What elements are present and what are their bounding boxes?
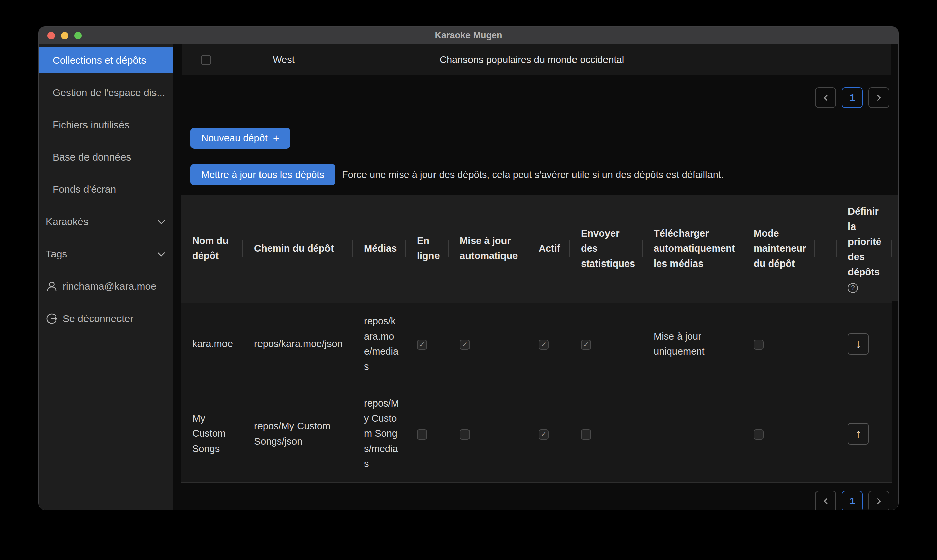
- send-stats-checkbox[interactable]: ✓: [581, 340, 591, 350]
- repositories-table: Nom du dépôt Chemin du dépôt Médias En l…: [181, 194, 899, 483]
- help-icon[interactable]: ?: [848, 283, 858, 293]
- col-header-priority: Définir la priorité des dépôts ?: [837, 194, 892, 303]
- chevron-left-icon: [823, 95, 829, 101]
- auto-update-checkbox[interactable]: ✓: [460, 340, 470, 350]
- send-stats-checkbox[interactable]: ✓: [581, 429, 591, 440]
- header-gutter: [892, 194, 899, 301]
- collection-name: West: [211, 54, 357, 65]
- repositories-pagination: 1: [815, 491, 889, 510]
- col-header-send-stats: Envoyer des statistiques: [570, 194, 643, 303]
- col-header-active: Actif: [528, 194, 570, 303]
- online-checkbox[interactable]: ✓: [417, 429, 427, 440]
- update-all-hint: Force une mise à jour des dépôts, cela p…: [342, 169, 724, 180]
- page-1-button[interactable]: 1: [842, 87, 863, 108]
- col-header-auto-update: Mise à jour automatique: [449, 194, 528, 303]
- user-icon: [46, 280, 58, 292]
- move-up-button[interactable]: ↑: [848, 423, 869, 445]
- collections-pagination: 1: [815, 87, 889, 108]
- app-window: Karaoke Mugen Collections et dépôts Gest…: [38, 26, 899, 510]
- col-header-path: Chemin du dépôt: [243, 194, 353, 303]
- online-checkbox[interactable]: ✓: [417, 340, 427, 350]
- new-repo-button[interactable]: Nouveau dépôt +: [191, 128, 290, 149]
- prev-page-button[interactable]: [815, 87, 836, 108]
- active-checkbox[interactable]: ✓: [539, 340, 549, 350]
- sidebar-item-label: Gestion de l'espace dis...: [52, 87, 165, 98]
- update-all-button[interactable]: Mettre à jour tous les dépôts: [191, 164, 335, 185]
- col-header-empty: [815, 194, 837, 303]
- maintainer-mode-checkbox[interactable]: ✓: [754, 429, 764, 440]
- collection-row-west: ✓ West Chansons populaires du monde occi…: [182, 45, 891, 75]
- sidebar-item-label: Karaokés: [46, 216, 89, 228]
- collection-checkbox[interactable]: ✓: [201, 55, 211, 65]
- sidebar-item-label: Fonds d'écran: [52, 184, 116, 195]
- auto-download-value: Mise à jour uniquement: [643, 303, 742, 385]
- sidebar: Collections et dépôts Gestion de l'espac…: [39, 45, 173, 509]
- move-down-button[interactable]: ↓: [848, 333, 869, 355]
- col-header-name: Nom du dépôt: [181, 194, 243, 303]
- auto-update-checkbox[interactable]: ✓: [460, 429, 470, 440]
- sidebar-item-user-account[interactable]: rinchama@kara.moe: [39, 270, 173, 303]
- col-header-auto-download: Télécharger automatiquement les médias: [643, 194, 742, 303]
- chevron-left-icon: [823, 498, 829, 504]
- repo-path: repos/My Custom Songs/json: [243, 385, 353, 483]
- sidebar-item-collections[interactable]: Collections et dépôts: [39, 47, 173, 73]
- sidebar-item-label: Tags: [46, 248, 67, 260]
- logout-label: Se déconnecter: [63, 313, 133, 325]
- repo-name: kara.moe: [181, 303, 243, 385]
- sidebar-item-label: Fichiers inutilisés: [52, 119, 129, 131]
- sidebar-item-wallpapers[interactable]: Fonds d'écran: [39, 173, 173, 206]
- col-header-online: En ligne: [406, 194, 449, 303]
- chevron-right-icon: [875, 95, 881, 101]
- table-header-row: Nom du dépôt Chemin du dépôt Médias En l…: [181, 194, 892, 303]
- prev-page-button[interactable]: [815, 491, 836, 510]
- plus-icon: +: [273, 132, 279, 144]
- main-content: ✓ West Chansons populaires du monde occi…: [173, 45, 898, 509]
- next-page-button[interactable]: [868, 87, 889, 108]
- maintainer-mode-checkbox[interactable]: ✓: [754, 340, 764, 350]
- repo-medias-path: repos/kara.moe/medias: [353, 303, 406, 385]
- table-row: My Custom Songs repos/My Custom Songs/js…: [181, 385, 892, 483]
- repo-medias-path: repos/My Custom Songs/medias: [353, 385, 406, 483]
- sidebar-item-tags[interactable]: Tags: [39, 238, 173, 270]
- page-1-button[interactable]: 1: [842, 491, 863, 510]
- col-header-medias: Médias: [353, 194, 406, 303]
- new-repo-label: Nouveau dépôt: [201, 132, 268, 144]
- window-title: Karaoke Mugen: [39, 30, 898, 41]
- sidebar-item-label: Collections et dépôts: [52, 54, 146, 66]
- user-email-label: rinchama@kara.moe: [63, 281, 157, 292]
- repo-path: repos/kara.moe/json: [243, 303, 353, 385]
- sidebar-item-karaokes[interactable]: Karaokés: [39, 206, 173, 238]
- col-header-maintainer-mode: Mode mainteneur du dépôt: [742, 194, 815, 303]
- active-checkbox[interactable]: ✓: [539, 429, 549, 440]
- table-row: kara.moe repos/kara.moe/json repos/kara.…: [181, 303, 892, 385]
- sidebar-item-label: Base de données: [52, 151, 131, 163]
- chevron-down-icon: [157, 217, 165, 225]
- next-page-button[interactable]: [868, 491, 889, 510]
- title-bar: Karaoke Mugen: [39, 26, 898, 45]
- logout-icon: [46, 313, 58, 325]
- update-all-label: Mettre à jour tous les dépôts: [201, 169, 325, 180]
- chevron-down-icon: [157, 249, 165, 257]
- collection-description: Chansons populaires du monde occidental: [440, 54, 624, 65]
- auto-download-value: [643, 385, 742, 483]
- repo-name: My Custom Songs: [181, 385, 243, 483]
- sidebar-item-storage[interactable]: Gestion de l'espace dis...: [39, 76, 173, 109]
- sidebar-item-database[interactable]: Base de données: [39, 141, 173, 173]
- sidebar-item-logout[interactable]: Se déconnecter: [39, 303, 173, 335]
- sidebar-item-unused-files[interactable]: Fichiers inutilisés: [39, 109, 173, 141]
- chevron-right-icon: [875, 498, 881, 504]
